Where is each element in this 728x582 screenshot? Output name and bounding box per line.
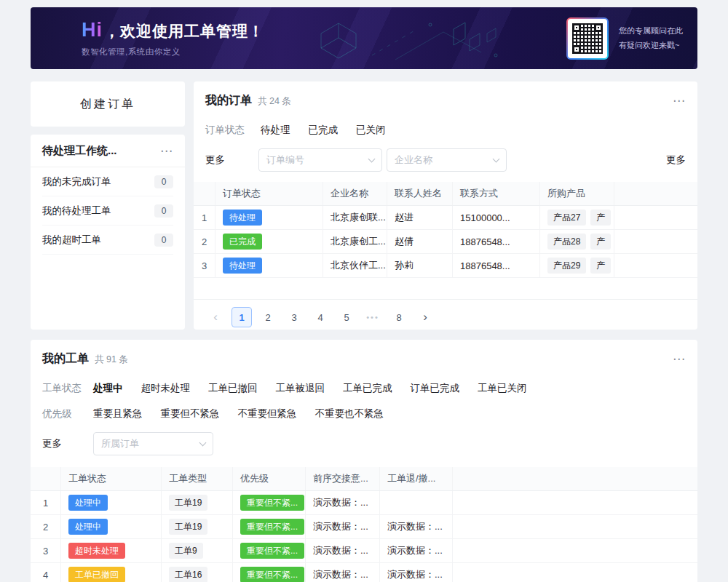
order-number-select[interactable]: 订单编号 <box>258 148 382 172</box>
create-order-button[interactable]: 创建订单 <box>31 81 185 127</box>
filter-label: 优先级 <box>42 407 93 420</box>
order-row[interactable]: 1 待处理 北京康创联... 赵进 15100000... 产品27 产 <box>194 206 697 230</box>
header-contact-phone: 联系方式 <box>453 182 540 205</box>
phone-cell: 15100000... <box>453 206 540 229</box>
header-order-status: 订单状态 <box>215 182 323 205</box>
priority-option-3[interactable]: 不重要但紧急 <box>238 407 297 420</box>
more-icon[interactable]: ⋯ <box>673 353 686 365</box>
order-status-badge: 待处理 <box>223 258 262 274</box>
order-row[interactable]: 3 待处理 北京伙伴工... 孙莉 18876548... 产品29 产 <box>194 254 697 278</box>
page-button-8[interactable]: 8 <box>389 307 409 327</box>
priority-badge: 重要但不紧... <box>240 567 304 582</box>
stat-label: 我的待处理工单 <box>42 204 111 218</box>
header-company: 企业名称 <box>323 182 387 205</box>
consultant-line2: 有疑问欢迎来戳~ <box>619 39 683 53</box>
filter-option-returned[interactable]: 工单被退回 <box>276 382 325 395</box>
order-status-badge: 已完成 <box>223 234 262 250</box>
order-more-filters: 更多 订单编号 企业名称 更多 <box>194 148 697 172</box>
prev-page-button[interactable]: ‹ <box>205 307 226 327</box>
banner-text-block: Hi，欢迎使用工单管理！ 数智化管理,系统由你定义 <box>31 19 264 57</box>
filter-option-finished[interactable]: 已完成 <box>309 124 339 137</box>
filter-option-wo-finished[interactable]: 工单已完成 <box>343 382 392 395</box>
select-placeholder: 所属订单 <box>101 437 200 450</box>
priority-badge: 重要但不紧... <box>240 495 304 511</box>
more-icon[interactable]: ⋯ <box>673 95 686 107</box>
filter-option-withdrawn[interactable]: 工单已撤回 <box>208 382 258 395</box>
select-placeholder: 企业名称 <box>395 154 494 167</box>
wo-status-badge: 工单已撤回 <box>68 567 125 582</box>
product-tag: 产品27 <box>547 210 586 226</box>
banner-greeting-rest: ，欢迎使用工单管理！ <box>104 23 264 39</box>
orders-panel-title: 我的订单 <box>205 93 252 108</box>
workorder-row[interactable]: 4 工单已撤回 工单16 重要但不紧... 演示数据：... 演示数据：... <box>31 563 697 582</box>
row-index: 3 <box>194 254 215 277</box>
priority-option-4[interactable]: 不重要也不紧急 <box>315 407 384 420</box>
order-row[interactable]: 2 已完成 北京康创工... 赵倩 18876548... 产品28 产 <box>194 230 697 254</box>
header-priority: 优先级 <box>233 467 306 490</box>
header-contact-name: 联系人姓名 <box>387 182 453 205</box>
pending-work-stats-card: 待处理工作统... ⋯ 我的未完成订单 0 我的待处理工单 0 我的超时工单 0 <box>31 135 185 330</box>
phone-cell: 18876548... <box>453 254 540 277</box>
pre-note-cell: 演示数据：... <box>306 563 380 582</box>
stat-unfinished-orders[interactable]: 我的未完成订单 0 <box>42 167 173 196</box>
priority-option-2[interactable]: 重要但不紧急 <box>161 407 220 420</box>
more-filters-toggle[interactable]: 更多 <box>205 154 225 167</box>
pre-note-cell: 演示数据：... <box>306 539 380 562</box>
order-status-badge: 待处理 <box>223 210 262 226</box>
page-button-4[interactable]: 4 <box>310 307 331 327</box>
more-icon[interactable]: ⋯ <box>160 145 173 157</box>
header-pre-handover: 前序交接意... <box>306 467 380 490</box>
page-button-1[interactable]: 1 <box>232 307 252 327</box>
workorders-count: 共 91 条 <box>95 354 128 366</box>
banner-subtitle: 数智化管理,系统由你定义 <box>82 47 264 57</box>
products-cell: 产品27 产 <box>540 206 614 229</box>
wo-status-badge: 处理中 <box>68 495 108 511</box>
priority-option-1[interactable]: 重要且紧急 <box>93 407 143 420</box>
stat-count-badge: 0 <box>154 204 173 218</box>
filter-option-overtime[interactable]: 超时未处理 <box>141 382 191 395</box>
more-link[interactable]: 更多 <box>666 154 686 167</box>
product-tag: 产品29 <box>547 258 586 274</box>
banner-decoration-graphic <box>308 7 526 69</box>
workorders-panel-title: 我的工单 <box>42 351 89 367</box>
filter-option-wo-closed[interactable]: 工单已关闭 <box>478 382 527 395</box>
row-index: 2 <box>194 230 215 253</box>
consultant-line1: 您的专属顾问在此 <box>619 24 683 39</box>
workorder-row[interactable]: 2 处理中 工单19 重要但不紧... 演示数据：... 演示数据：... <box>31 515 697 539</box>
next-page-button[interactable]: › <box>415 307 435 327</box>
page-button-5[interactable]: 5 <box>336 307 357 327</box>
filter-option-order-finished[interactable]: 订单已完成 <box>411 382 460 395</box>
page-button-2[interactable]: 2 <box>258 307 278 327</box>
wo-type-tag: 工单9 <box>169 543 203 559</box>
workorder-status-filter: 工单状态 处理中 超时未处理 工单已撤回 工单被退回 工单已完成 订单已完成 工… <box>31 381 697 395</box>
priority-badge: 重要但不紧... <box>240 519 304 535</box>
workorder-row[interactable]: 3 超时未处理 工单9 重要但不紧... 演示数据：... 演示数据：... <box>31 539 697 563</box>
more-filters-toggle[interactable]: 更多 <box>42 437 93 450</box>
workorder-row[interactable]: 1 处理中 工单19 重要但不紧... 演示数据：... <box>31 491 697 515</box>
contact-cell: 赵倩 <box>387 230 453 253</box>
my-workorders-panel: 我的工单 共 91 条 ⋯ 工单状态 处理中 超时未处理 工单已撤回 工单被退回… <box>31 340 697 582</box>
orders-table-header: 订单状态 企业名称 联系人姓名 联系方式 所购产品 <box>194 182 697 206</box>
workorders-table-header: 工单状态 工单类型 优先级 前序交接意... 工单退/撤... <box>31 467 697 491</box>
orders-pagination: ‹ 1 2 3 4 5 ••• 8 › <box>194 307 697 327</box>
filter-option-pending[interactable]: 待处理 <box>261 124 290 137</box>
products-cell: 产品28 产 <box>540 230 614 253</box>
filter-option-closed[interactable]: 已关闭 <box>356 124 386 137</box>
filter-option-processing[interactable]: 处理中 <box>93 382 123 395</box>
qr-code <box>566 17 609 60</box>
priority-filter: 优先级 重要且紧急 重要但不紧急 不重要但紧急 不重要也不紧急 <box>31 407 697 420</box>
contact-cell: 赵进 <box>387 206 453 229</box>
orders-count: 共 24 条 <box>258 95 291 108</box>
wo-status-badge: 超时未处理 <box>68 543 125 559</box>
company-name-select[interactable]: 企业名称 <box>387 148 507 172</box>
banner-right-block: 您的专属顾问在此 有疑问欢迎来戳~ <box>566 17 697 60</box>
page-button-3[interactable]: 3 <box>284 307 304 327</box>
filter-label: 工单状态 <box>42 382 93 395</box>
stat-count-badge: 0 <box>154 175 173 188</box>
wo-status-badge: 处理中 <box>68 519 108 535</box>
stat-pending-workorders[interactable]: 我的待处理工单 0 <box>42 196 173 226</box>
product-tag: 产 <box>590 258 611 274</box>
retreat-note-cell: 演示数据：... <box>380 563 453 582</box>
parent-order-select[interactable]: 所属订单 <box>93 432 213 455</box>
stat-overtime-workorders[interactable]: 我的超时工单 0 <box>42 226 173 255</box>
